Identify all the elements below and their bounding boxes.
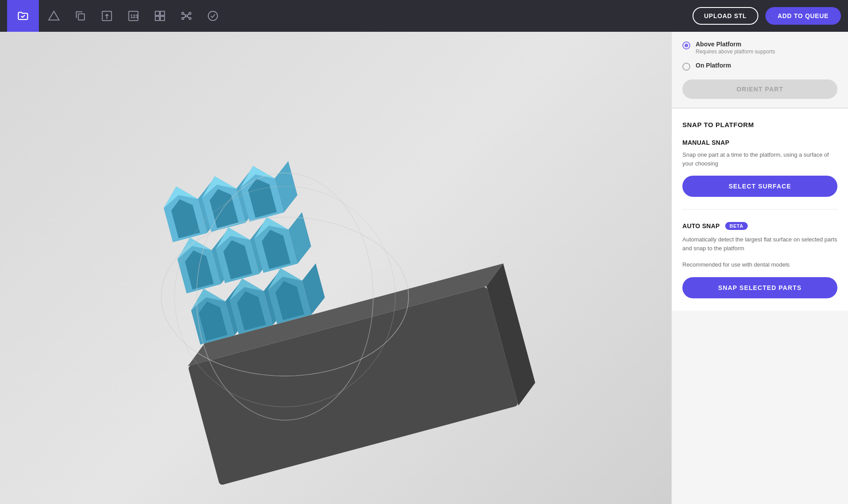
on-platform-title: On Platform — [696, 62, 731, 69]
beta-badge: BETA — [725, 222, 748, 230]
svg-line-17 — [184, 16, 186, 18]
svg-rect-8 — [155, 16, 159, 20]
above-platform-option[interactable]: Above Platform Requires above platform s… — [682, 41, 837, 55]
svg-line-15 — [184, 14, 186, 15]
svg-rect-9 — [160, 16, 164, 20]
auto-snap-header: AUTO SNAP BETA — [682, 222, 837, 230]
shape-icon — [48, 10, 60, 22]
auto-snap-description1: Automatically detect the largest flat su… — [682, 235, 837, 252]
on-platform-option[interactable]: On Platform — [682, 62, 837, 71]
export-icon — [101, 10, 113, 22]
above-platform-radio[interactable] — [682, 41, 690, 49]
snap-inner-divider — [682, 209, 837, 210]
manual-snap-title: MANUAL SNAP — [682, 139, 837, 146]
svg-point-13 — [182, 18, 184, 20]
snap-selected-parts-button[interactable]: SNAP SELECTED PARTS — [682, 277, 837, 298]
auto-snap-description2: Recommended for use with dental models — [682, 260, 837, 269]
main-content: Above Platform Requires above platform s… — [0, 32, 848, 504]
svg-point-10 — [186, 15, 188, 17]
above-platform-subtitle: Requires above platform supports — [696, 49, 775, 55]
grid-icon-btn[interactable] — [148, 4, 171, 27]
duplicate-icon — [74, 10, 87, 22]
svg-point-11 — [182, 12, 184, 15]
active-tool-icon[interactable] — [7, 0, 39, 32]
snap-section-title: SNAP TO PLATFORM — [682, 121, 837, 128]
placement-section: Above Platform Requires above platform s… — [672, 32, 848, 108]
header: 123 UPLOAD STL ADD TO QUEUE — [0, 0, 848, 32]
select-surface-button[interactable]: SELECT SURFACE — [682, 176, 837, 197]
manual-snap-description: Snap one part at a time to the platform,… — [682, 150, 837, 168]
check-icon-btn[interactable] — [201, 4, 224, 27]
svg-rect-6 — [155, 11, 159, 15]
svg-point-12 — [189, 12, 191, 15]
scene-canvas — [0, 32, 671, 504]
svg-text:123: 123 — [130, 14, 138, 19]
snap-to-platform-section: SNAP TO PLATFORM MANUAL SNAP Snap one pa… — [672, 109, 848, 311]
number-icon: 123 — [127, 10, 140, 22]
check-icon — [207, 10, 219, 22]
svg-rect-1 — [78, 14, 84, 20]
auto-snap-title: AUTO SNAP — [682, 222, 720, 229]
above-platform-title: Above Platform — [696, 41, 775, 48]
nodes-icon — [180, 10, 193, 22]
folder-active-icon — [17, 10, 29, 22]
3d-viewport[interactable] — [0, 32, 671, 504]
export-icon-btn[interactable] — [95, 4, 118, 27]
on-platform-radio[interactable] — [682, 63, 690, 71]
svg-line-16 — [187, 14, 189, 15]
right-panel: Above Platform Requires above platform s… — [671, 32, 848, 504]
svg-line-18 — [187, 16, 189, 18]
svg-point-14 — [189, 18, 191, 20]
orient-part-button[interactable]: ORIENT PART — [682, 79, 837, 99]
svg-rect-7 — [160, 11, 164, 15]
upload-stl-button[interactable]: UPLOAD STL — [693, 7, 758, 25]
above-platform-label-group: Above Platform Requires above platform s… — [696, 41, 775, 55]
svg-point-19 — [208, 11, 218, 21]
svg-marker-0 — [49, 11, 59, 20]
grid-icon — [154, 10, 166, 22]
shape-icon-btn[interactable] — [42, 4, 65, 27]
3d-scene-svg — [117, 32, 554, 504]
nodes-icon-btn[interactable] — [175, 4, 198, 27]
add-to-queue-button[interactable]: ADD TO QUEUE — [765, 7, 841, 25]
duplicate-icon-btn[interactable] — [69, 4, 92, 27]
number-icon-btn[interactable]: 123 — [122, 4, 145, 27]
on-platform-label-group: On Platform — [696, 62, 731, 69]
